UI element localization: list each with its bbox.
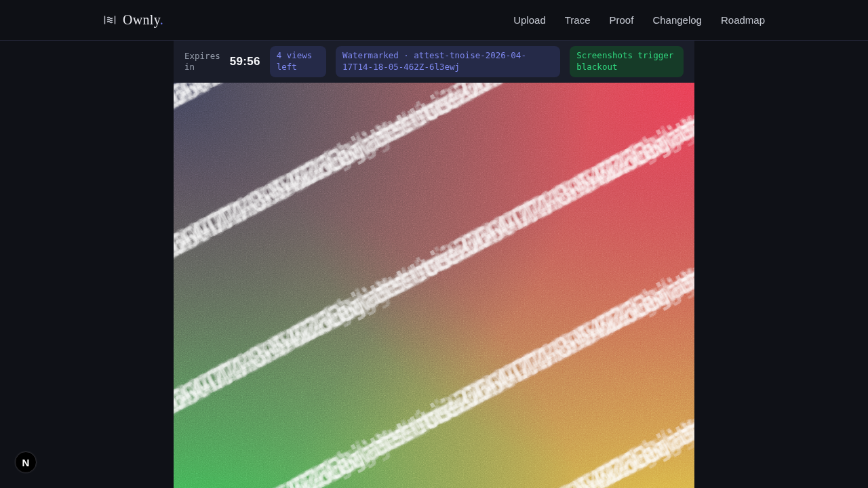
views-left-badge: 4 views left — [270, 46, 326, 77]
film-grain-overlay — [174, 83, 694, 488]
top-nav-bar: Ownly. Upload Trace Proof Changelog Road… — [0, 0, 868, 41]
screenshot-warning-badge: Screenshots trigger blackout — [570, 46, 684, 77]
secure-viewer: Expires in 59:56 4 views left Watermarke… — [174, 41, 694, 488]
main-nav: Upload Trace Proof Changelog Roadmap — [513, 14, 765, 26]
nav-link-changelog[interactable]: Changelog — [652, 14, 702, 26]
watermarked-gradient-image: attest-tnoise-2026-04-17T14-18-05-462Z-6… — [174, 83, 694, 488]
expiry-countdown-timer: 59:56 — [230, 55, 260, 68]
brand-logo[interactable]: Ownly. — [103, 12, 163, 28]
expires-label: Expires in — [184, 51, 220, 73]
brand-name: Ownly. — [123, 12, 163, 28]
nav-link-upload[interactable]: Upload — [513, 14, 546, 26]
nav-link-trace[interactable]: Trace — [565, 14, 591, 26]
nextjs-dev-tools-button[interactable]: N — [15, 451, 37, 473]
nav-link-roadmap[interactable]: Roadmap — [721, 14, 765, 26]
waves-between-bars-icon — [103, 14, 117, 26]
watermark-badge: Watermarked · attest-tnoise-2026-04-17T1… — [336, 46, 560, 77]
brand-dot: . — [160, 12, 163, 27]
viewer-status-toolbar: Expires in 59:56 4 views left Watermarke… — [174, 41, 694, 83]
nav-link-proof[interactable]: Proof — [610, 14, 634, 26]
